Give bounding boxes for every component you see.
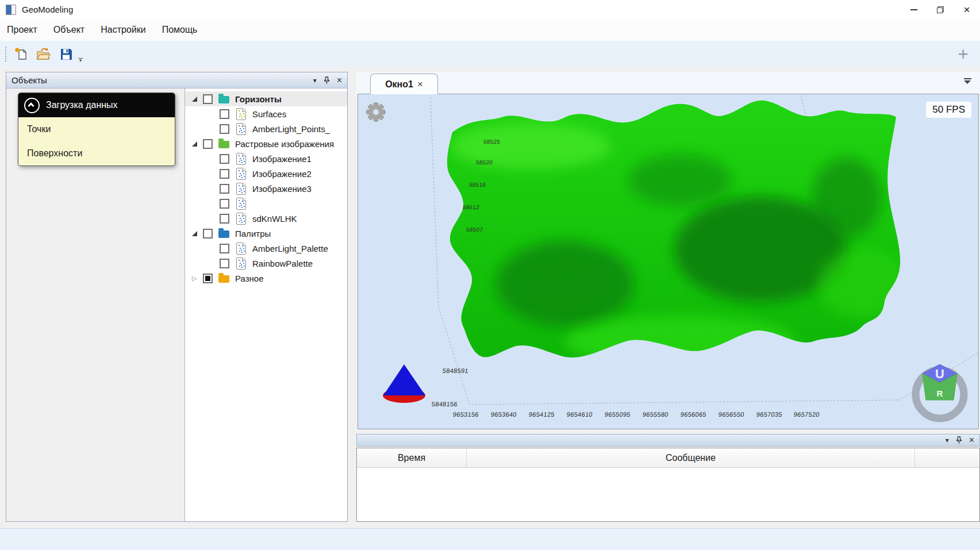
close-button[interactable]: × [954, 0, 980, 19]
tree-item-label: AmberLight_Points_ [252, 124, 330, 134]
axis-label-x: 9654125 [528, 411, 555, 418]
tree-item-horizons[interactable]: Горизонты [185, 91, 347, 106]
tree-item-label: Разное [235, 274, 264, 283]
viewport-3d[interactable]: U R 50 FPS 58525 58520 58516 58512 58507… [358, 94, 979, 429]
settings-gear-icon[interactable] [366, 102, 386, 122]
tree-item-label: Горизонты [235, 94, 282, 104]
tab-close-icon[interactable]: × [417, 79, 423, 90]
toolbar: ▾ + [0, 41, 980, 67]
cube-face-up-label: U [935, 367, 944, 381]
popup-item-points[interactable]: Точки [18, 117, 175, 141]
menu-project[interactable]: Проект [7, 25, 37, 35]
axis-label-y: 58520 [475, 159, 493, 166]
checkbox[interactable] [203, 139, 213, 149]
collapse-circle-icon[interactable] [24, 98, 40, 113]
folder-icon [218, 230, 229, 238]
document-icon [236, 168, 246, 180]
tree-item-sdknwlhk[interactable]: sdKnWLHK [185, 211, 347, 226]
log-panel-header: ▾ × [356, 434, 980, 447]
checkbox[interactable] [203, 229, 213, 239]
checkbox[interactable] [203, 94, 213, 104]
toolbar-grip[interactable] [5, 47, 6, 61]
expander-icon[interactable] [192, 96, 198, 102]
toolbar-options-dropdown[interactable]: ▾ [78, 58, 83, 62]
maximize-button[interactable] [927, 0, 954, 19]
document-icon [236, 153, 246, 165]
title-bar: GeoModeling × [0, 0, 980, 19]
tree-item-surfaces[interactable]: Surfaces [185, 106, 347, 121]
tree-item-amberlight-points[interactable]: AmberLight_Points_ [185, 121, 347, 136]
axis-label-x: 9656550 [718, 411, 744, 418]
panel-menu-button[interactable]: ▾ [313, 77, 317, 84]
log-close-button[interactable]: × [969, 436, 974, 445]
tree-item-image4[interactable] [185, 196, 347, 211]
tree-item-palettes[interactable]: Палитры [185, 226, 347, 241]
compass-north-icon[interactable] [383, 364, 425, 403]
objects-panel-body: Загрузка данных Точки Поверхности Горизо… [6, 89, 347, 521]
document-icon [236, 243, 246, 255]
axis-labels-x: 9653156 9653640 9654125 9654610 9655095 … [453, 411, 820, 418]
checkbox[interactable] [220, 214, 229, 224]
menu-object[interactable]: Объект [53, 25, 84, 35]
checkbox[interactable] [220, 154, 229, 164]
panel-close-button[interactable]: × [337, 76, 342, 85]
panel-pin-button[interactable] [324, 76, 330, 84]
tree-item-rainbow-palette[interactable]: RainbowPalette [185, 256, 347, 271]
tree-item-image3[interactable]: Изображение3 [185, 181, 347, 196]
cube-face-r-label: R [937, 389, 943, 398]
window-title: GeoModeling [22, 5, 73, 14]
navigation-cube[interactable]: U R [916, 364, 964, 418]
add-toolbar-button[interactable]: + [958, 45, 969, 63]
minimize-icon [910, 9, 917, 10]
folder-icon [218, 96, 229, 103]
tree-item-label: Палитры [235, 229, 271, 239]
tab-label: Окно1 [385, 79, 413, 90]
checkbox[interactable] [220, 199, 229, 209]
tree-item-label: Изображение3 [252, 184, 312, 194]
minimize-button[interactable] [901, 0, 927, 19]
tree-item-label: Растровые изображения [235, 139, 334, 149]
column-time[interactable]: Время [357, 448, 467, 467]
checkbox[interactable] [220, 124, 229, 134]
axis-label-x: 9655095 [604, 411, 631, 418]
tree-item-image1[interactable]: Изображение1 [185, 151, 347, 166]
checkbox[interactable] [220, 259, 229, 268]
column-message[interactable]: Сообщение [467, 448, 915, 467]
checkbox[interactable] [220, 184, 229, 194]
open-project-button[interactable] [36, 47, 51, 61]
popup-item-surfaces[interactable]: Поверхности [18, 141, 175, 166]
save-project-button[interactable] [59, 47, 74, 61]
tree-item-label: sdKnWLHK [252, 214, 297, 224]
column-extra[interactable] [915, 448, 979, 467]
checkbox[interactable] [203, 274, 213, 283]
menu-settings[interactable]: Настройки [101, 25, 145, 35]
document-list-icon[interactable] [964, 78, 972, 84]
axis-label-x: 9657520 [794, 411, 820, 418]
log-menu-button[interactable]: ▾ [946, 437, 949, 444]
load-data-popup-header: Загрузка данных [18, 93, 175, 117]
log-table-header: Время Сообщение [357, 448, 979, 468]
tree-item-image2[interactable]: Изображение2 [185, 166, 347, 181]
expander-icon[interactable] [192, 141, 198, 147]
tree-item-label: RainbowPalette [252, 259, 313, 268]
document-icon [236, 257, 246, 270]
terrain-scene: U R [358, 94, 979, 429]
new-document-button[interactable] [14, 47, 29, 61]
restore-icon [937, 6, 944, 13]
menu-bar: Проект Объект Настройки Помощь [0, 19, 980, 41]
checkbox[interactable] [220, 169, 229, 179]
tree-item-amberlight-palette[interactable]: AmberLight_Palette [185, 241, 347, 256]
log-pin-button[interactable] [956, 436, 962, 444]
menu-help[interactable]: Помощь [162, 25, 198, 35]
tree-item-label: AmberLight_Palette [252, 244, 328, 253]
checkbox[interactable] [220, 109, 229, 119]
checkbox[interactable] [220, 244, 229, 253]
tree-item-raster-images[interactable]: Растровые изображения [185, 136, 347, 151]
objects-panel-title: Объекты [11, 75, 306, 85]
tab-window1[interactable]: Окно1 × [370, 74, 438, 94]
tree-item-misc[interactable]: ▷ Разное [185, 271, 347, 286]
window-controls: × [901, 0, 980, 19]
axis-label-y: 58525 [483, 139, 500, 145]
expander-icon[interactable]: ▷ [192, 275, 198, 282]
expander-icon[interactable] [192, 230, 198, 237]
